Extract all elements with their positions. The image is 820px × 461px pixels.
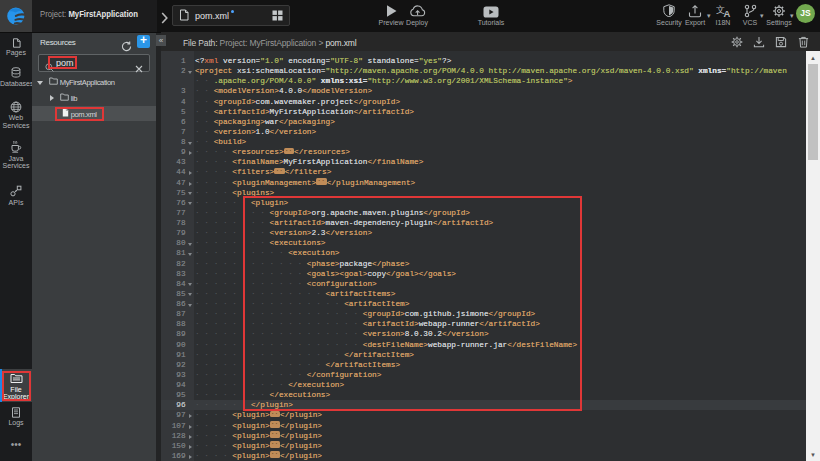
svg-text:A: A bbox=[723, 8, 730, 18]
